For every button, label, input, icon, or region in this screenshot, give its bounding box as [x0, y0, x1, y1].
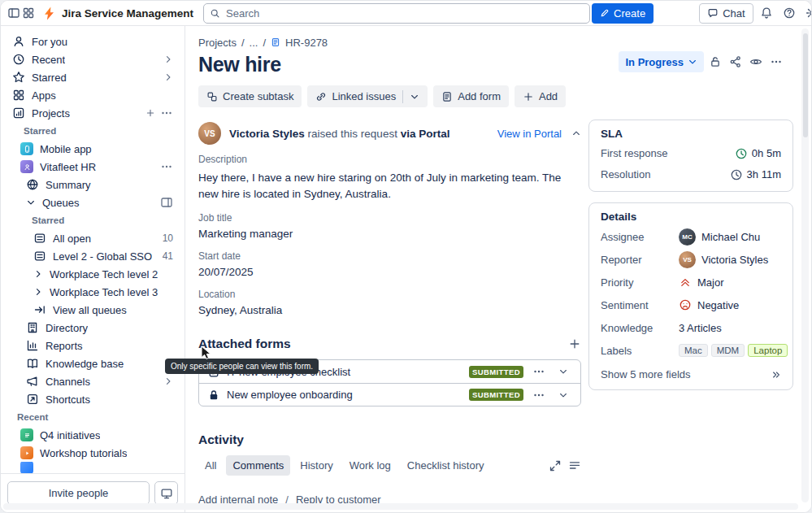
tab-history[interactable]: History [293, 455, 339, 476]
form-more-button[interactable] [530, 363, 548, 380]
queue-count: 41 [163, 250, 173, 262]
add-form-button[interactable]: Add form [433, 85, 509, 107]
queue-count: 10 [163, 233, 173, 244]
sidebar-item-recent[interactable]: Recent [7, 50, 178, 68]
label-tag[interactable]: Mac [679, 344, 708, 357]
priority-value[interactable]: Major [679, 276, 724, 289]
issue-toolbar: Create subtask Linked issues Add form Ad… [198, 85, 581, 107]
device-toggle-button[interactable] [154, 481, 178, 505]
form-expand-button[interactable] [554, 363, 572, 380]
invite-people-button[interactable]: Invite people [7, 481, 150, 505]
sidebar-item-view-all-queues[interactable]: View all queues [7, 301, 178, 319]
tab-all[interactable]: All [198, 455, 223, 476]
sidebar-item-q4-initiatives[interactable]: Q4 initiatives [7, 426, 178, 444]
sidebar-item-shortcuts[interactable]: Shortcuts [7, 390, 178, 408]
sidebar-item-knowledge-base[interactable]: Knowledge base [7, 354, 178, 372]
help-button[interactable] [779, 3, 799, 23]
field-value-start-date[interactable]: 20/07/2025 [198, 266, 581, 278]
plus-icon[interactable] [145, 108, 155, 118]
knowledge-value[interactable]: 3 Articles [679, 322, 722, 334]
form-row-onboarding[interactable]: New employee onboarding SUBMITTED [199, 383, 580, 406]
double-chevron-right-icon [771, 370, 781, 380]
more-icon[interactable] [160, 107, 173, 120]
sidebar-item-level-2-global-sso[interactable]: Level 2 - Global SSO41 [7, 247, 178, 265]
open-panel-icon[interactable] [160, 196, 173, 209]
share-button[interactable] [727, 52, 745, 72]
sidebar-item-all-open[interactable]: All open10 [7, 229, 178, 247]
add-button[interactable]: Add [515, 85, 566, 107]
sidebar-item-channels[interactable]: Channels [7, 372, 178, 390]
view-in-portal-link[interactable]: View in Portal [497, 128, 562, 140]
sla-clock-icon [735, 147, 748, 160]
sidebar-item-apps[interactable]: Apps [7, 86, 178, 104]
status-label: In Progress [625, 56, 684, 68]
tab-work-log[interactable]: Work log [343, 455, 397, 476]
tab-comments[interactable]: Comments [226, 455, 290, 476]
sidebar-item-queues[interactable]: Queues [7, 193, 178, 211]
form-more-button[interactable] [530, 387, 548, 403]
eye-icon [749, 55, 762, 68]
restrict-access-button[interactable] [706, 52, 724, 72]
sentiment-value[interactable]: Negative [679, 298, 739, 311]
sidebar-item-mobile-app[interactable]: Mobile app [7, 140, 178, 158]
search-input[interactable] [203, 3, 590, 24]
breadcrumb-projects[interactable]: Projects [198, 37, 237, 49]
watch-button[interactable] [747, 52, 765, 72]
field-value-job-title[interactable]: Marketing manager [198, 228, 581, 240]
show-more-fields-button[interactable]: Show 5 more fields [601, 368, 781, 380]
expand-icon[interactable] [549, 459, 562, 472]
add-form-plus-icon[interactable] [568, 337, 581, 350]
settings-button[interactable] [802, 3, 812, 23]
assignee-value[interactable]: MCMichael Chu [679, 228, 760, 246]
app-switcher-button[interactable] [22, 3, 35, 23]
breadcrumb-issue-key[interactable]: HR-9278 [285, 37, 328, 49]
label-tag[interactable]: MDM [711, 344, 745, 357]
description-text[interactable]: Hey there, I have a new hire staring on … [198, 170, 581, 202]
sidebar-item-vitafleet-hr[interactable]: Vitafleet HR [7, 158, 178, 176]
create-button[interactable]: Create [592, 3, 654, 24]
sidebar-item-summary[interactable]: Summary [7, 176, 178, 193]
tab-checklist-history[interactable]: Checklist history [401, 455, 491, 476]
more-actions-button[interactable] [767, 52, 785, 72]
sidebar-item-workshop-tutorials[interactable]: Workshop tutorials [7, 444, 178, 462]
help-icon [783, 7, 796, 20]
view-settings-icon[interactable] [568, 459, 581, 472]
app-grid-icon [22, 7, 35, 20]
sidebar-item-clipped[interactable] [7, 462, 178, 473]
reporter-value[interactable]: VSVictoria Styles [679, 251, 768, 268]
gear-icon [805, 7, 812, 20]
field-value-location[interactable]: Sydney, Australia [198, 304, 581, 316]
more-icon[interactable] [160, 160, 173, 173]
sidebar-item-starred[interactable]: Starred [7, 68, 178, 86]
sidebar-item-workplace-tech-2[interactable]: Workplace Tech level 2 [7, 265, 178, 283]
queue-icon [33, 232, 46, 245]
sidebar-item-workplace-tech-3[interactable]: Workplace Tech level 3 [7, 283, 178, 301]
submitted-badge: SUBMITTED [469, 389, 523, 401]
form-expand-button[interactable] [554, 387, 572, 403]
breadcrumb-ellipsis[interactable]: ... [250, 37, 258, 49]
labels-value[interactable]: Mac MDM Laptop [679, 344, 788, 357]
sidebar-starred-heading: Starred [7, 122, 178, 140]
notifications-button[interactable] [757, 3, 776, 23]
horizontal-scrollbar[interactable] [3, 503, 798, 510]
vertical-scrollbar[interactable] [801, 28, 809, 502]
chat-button[interactable]: Chat [699, 3, 753, 24]
sidebar-item-reports[interactable]: Reports [7, 337, 178, 354]
sidebar-item-directory[interactable]: Directory [7, 319, 178, 337]
field-label: Job title [198, 212, 581, 224]
chevron-down-icon[interactable] [410, 92, 419, 102]
reporter-avatar[interactable]: VS [198, 122, 221, 145]
linked-issues-button[interactable]: Linked issues [307, 85, 428, 107]
scrollbar-thumb[interactable] [803, 33, 808, 137]
reporter-avatar: VS [679, 251, 696, 268]
label-tag[interactable]: Laptop [748, 344, 788, 357]
lock-icon[interactable] [207, 389, 220, 402]
sla-row-first-response: First response 0h 5m [601, 146, 781, 161]
sidebar-item-for-you[interactable]: For you [7, 33, 178, 50]
status-dropdown[interactable]: In Progress [619, 51, 704, 72]
create-subtask-button[interactable]: Create subtask [198, 85, 302, 107]
sidebar-item-projects[interactable]: Projects [7, 104, 178, 122]
assignee-avatar: MC [679, 228, 696, 246]
collapse-chevron-icon[interactable] [571, 128, 581, 138]
sidebar-toggle-button[interactable] [7, 3, 20, 23]
